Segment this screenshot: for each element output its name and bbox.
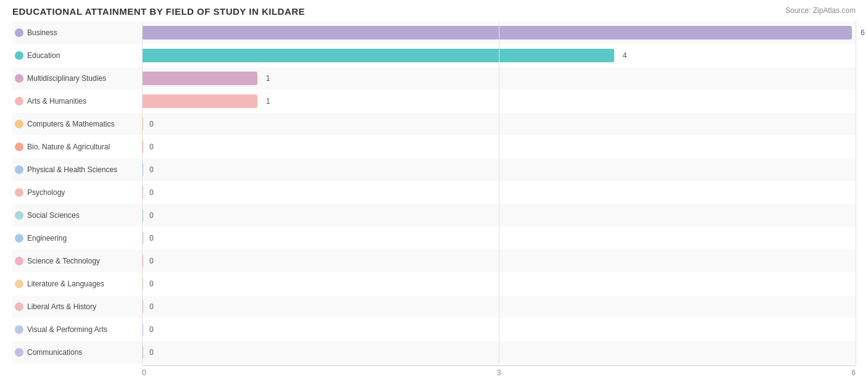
bar-track: 0 xyxy=(142,254,856,268)
x-axis: 036 xyxy=(142,365,856,366)
bar-fill xyxy=(142,163,143,176)
bar-label: Bio, Nature & Agricultural xyxy=(12,143,142,151)
bars-area: Business6Education4Multidisciplinary Stu… xyxy=(12,22,856,364)
bar-fill xyxy=(142,26,852,39)
bar-label: Psychology xyxy=(12,188,142,197)
bar-label: Business xyxy=(12,28,142,37)
bar-track: 0 xyxy=(142,231,856,245)
bar-label: Literature & Languages xyxy=(12,280,142,288)
color-dot xyxy=(15,302,23,311)
bar-value: 0 xyxy=(149,348,154,357)
table-row: Science & Technology0 xyxy=(12,250,856,272)
bar-label-text: Computers & Mathematics xyxy=(27,120,114,128)
table-row: Literature & Languages0 xyxy=(12,273,856,295)
bar-fill xyxy=(142,231,143,245)
bar-label: Communications xyxy=(12,348,142,357)
bar-value: 0 xyxy=(149,165,154,174)
bar-fill xyxy=(142,72,257,85)
x-axis-tick: 3 xyxy=(497,368,501,377)
bar-fill xyxy=(142,209,143,222)
bar-track: 0 xyxy=(142,300,856,313)
bar-fill xyxy=(142,49,614,62)
bar-fill xyxy=(142,300,143,313)
bar-label: Education xyxy=(12,51,142,60)
bar-track: 4 xyxy=(142,49,856,62)
color-dot xyxy=(15,120,23,128)
chart-title: EDUCATIONAL ATTAINMENT BY FIELD OF STUDY… xyxy=(12,6,305,17)
bar-fill xyxy=(142,117,143,131)
color-dot xyxy=(15,143,23,151)
bar-fill xyxy=(142,94,257,108)
bar-label: Multidisciplinary Studies xyxy=(12,74,142,83)
bar-value: 4 xyxy=(623,51,627,60)
bar-fill xyxy=(142,254,143,268)
bar-value: 0 xyxy=(149,120,154,128)
bar-label-text: Science & Technology xyxy=(27,257,100,265)
chart-source: Source: ZipAtlas.com xyxy=(785,6,856,15)
bar-label-text: Arts & Humanities xyxy=(27,97,86,106)
bar-track: 6 xyxy=(142,26,856,39)
table-row: Physical & Health Sciences0 xyxy=(12,159,856,181)
bar-label-text: Psychology xyxy=(27,188,65,197)
bar-track: 0 xyxy=(142,140,856,154)
bar-fill xyxy=(142,323,143,336)
bar-label: Engineering xyxy=(12,234,142,243)
bar-label-text: Education xyxy=(27,51,60,60)
table-row: Business6 xyxy=(12,22,856,44)
chart-container: EDUCATIONAL ATTAINMENT BY FIELD OF STUDY… xyxy=(0,0,868,390)
bar-value: 0 xyxy=(149,143,154,151)
bar-value: 0 xyxy=(149,302,154,311)
bar-label-text: Engineering xyxy=(27,234,67,243)
bar-value: 0 xyxy=(149,257,154,265)
table-row: Engineering0 xyxy=(12,227,856,249)
bar-label: Physical & Health Sciences xyxy=(12,165,142,174)
bar-track: 0 xyxy=(142,346,856,359)
x-axis-tick: 6 xyxy=(851,368,856,377)
bar-label-text: Physical & Health Sciences xyxy=(27,165,117,174)
bar-track: 0 xyxy=(142,277,856,291)
color-dot xyxy=(15,348,23,357)
color-dot xyxy=(15,211,23,220)
color-dot xyxy=(15,280,23,288)
table-row: Education4 xyxy=(12,44,856,67)
bar-label-text: Bio, Nature & Agricultural xyxy=(27,143,110,151)
bar-label: Liberal Arts & History xyxy=(12,302,142,311)
chart-header: EDUCATIONAL ATTAINMENT BY FIELD OF STUDY… xyxy=(12,6,856,17)
bar-value: 0 xyxy=(149,234,154,243)
bar-track: 0 xyxy=(142,186,856,199)
color-dot xyxy=(15,188,23,197)
chart-body: Business6Education4Multidisciplinary Stu… xyxy=(12,22,856,350)
bar-label-text: Communications xyxy=(27,348,82,357)
bar-label-text: Business xyxy=(27,28,57,37)
bar-fill xyxy=(142,186,143,199)
bar-label: Science & Technology xyxy=(12,257,142,265)
table-row: Communications0 xyxy=(12,341,856,363)
bar-label-text: Social Sciences xyxy=(27,211,80,220)
table-row: Arts & Humanities1 xyxy=(12,90,856,112)
color-dot xyxy=(15,257,23,265)
bar-value: 0 xyxy=(149,211,154,220)
bar-label: Arts & Humanities xyxy=(12,97,142,106)
color-dot xyxy=(15,51,23,60)
bar-track: 0 xyxy=(142,163,856,176)
bar-label-text: Liberal Arts & History xyxy=(27,302,96,311)
color-dot xyxy=(15,74,23,83)
color-dot xyxy=(15,325,23,334)
table-row: Psychology0 xyxy=(12,181,856,204)
bar-value: 1 xyxy=(266,74,270,83)
bar-track: 1 xyxy=(142,94,856,108)
bar-label: Computers & Mathematics xyxy=(12,120,142,128)
bar-fill xyxy=(142,346,143,359)
bar-fill xyxy=(142,277,143,291)
table-row: Bio, Nature & Agricultural0 xyxy=(12,136,856,158)
bar-value: 6 xyxy=(861,28,865,37)
bar-track: 0 xyxy=(142,117,856,131)
table-row: Visual & Performing Arts0 xyxy=(12,318,856,341)
bar-value: 0 xyxy=(149,280,154,288)
bar-value: 0 xyxy=(149,325,154,334)
bar-label: Social Sciences xyxy=(12,211,142,220)
color-dot xyxy=(15,165,23,174)
color-dot xyxy=(15,234,23,243)
bar-value: 0 xyxy=(149,188,154,197)
bar-label-text: Visual & Performing Arts xyxy=(27,325,107,334)
